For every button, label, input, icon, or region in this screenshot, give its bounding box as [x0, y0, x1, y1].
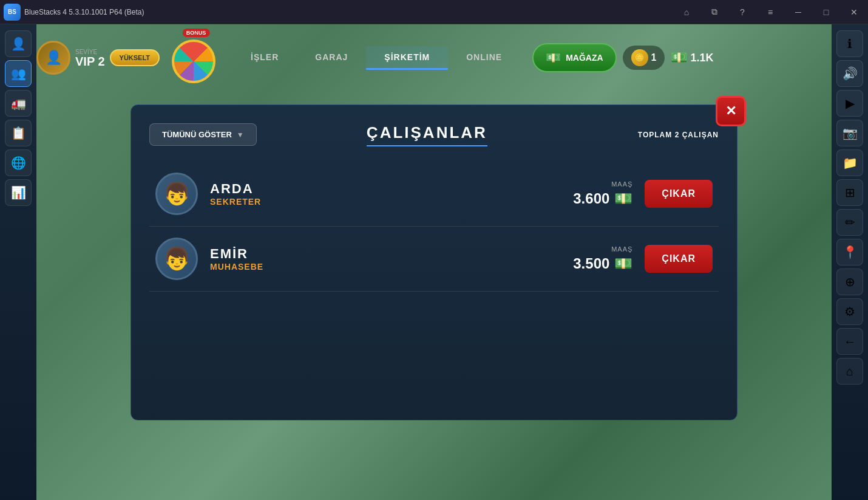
- minimize-button[interactable]: ─: [784, 0, 812, 24]
- modal-overlay: ✕ TÜMÜNÜ GÖSTER ▼ ÇALIŞANLAR TOPLAM 2 ÇA…: [36, 24, 832, 500]
- salary-amount: 3.500: [573, 255, 609, 272]
- employee-salary: MAAŞ 3.500 💵: [573, 245, 632, 272]
- home-button[interactable]: ⌂: [673, 0, 700, 24]
- level-label: SEVİYE: [75, 49, 105, 55]
- tab-button[interactable]: ⧉: [700, 0, 728, 24]
- sidebar-right-video[interactable]: ▶: [836, 90, 863, 117]
- money-icon: 💵: [614, 190, 632, 207]
- app-logo: BS: [4, 4, 21, 21]
- sidebar-right-info[interactable]: ℹ: [836, 30, 863, 57]
- employee-info: ARDA SEKRETER: [210, 181, 561, 207]
- upgrade-button[interactable]: YÜKSELT: [110, 49, 160, 66]
- filter-button[interactable]: TÜMÜNÜ GÖSTER ▼: [149, 123, 257, 146]
- sidebar-right-settings[interactable]: ⚙: [836, 298, 863, 325]
- sidebar-right-resize[interactable]: ⊞: [836, 179, 863, 206]
- tab-garaj[interactable]: GARAJ: [297, 46, 366, 70]
- modal-close-button[interactable]: ✕: [716, 96, 746, 126]
- modal-title-section: ÇALIŞANLAR: [257, 123, 597, 146]
- sidebar-right-home[interactable]: ⌂: [836, 358, 863, 385]
- count-value: 2: [675, 131, 680, 139]
- sidebar-item-profile[interactable]: 👤: [5, 30, 32, 57]
- employee-salary: MAAŞ 3.600 💵: [573, 180, 632, 207]
- close-button[interactable]: ✕: [840, 0, 868, 24]
- sidebar-right-layers[interactable]: ⊕: [836, 269, 863, 295]
- sidebar-item-globe[interactable]: 🌐: [5, 149, 32, 176]
- modal-title: ÇALIŞANLAR: [367, 123, 487, 146]
- sidebar-right-back[interactable]: ←: [836, 328, 863, 355]
- tab-online[interactable]: ONLINE: [448, 46, 520, 70]
- filter-label: TÜMÜNÜ GÖSTER: [162, 130, 232, 139]
- employee-list: 👦 ARDA SEKRETER MAAŞ 3.600 💵 ÇIKAR 👦: [149, 162, 719, 292]
- employee-name: EMİR: [210, 246, 561, 262]
- avatar: 👦: [155, 238, 198, 280]
- sidebar-right-folder[interactable]: 📁: [836, 149, 863, 176]
- table-row: 👦 ARDA SEKRETER MAAŞ 3.600 💵 ÇIKAR: [149, 162, 719, 227]
- help-button[interactable]: ?: [728, 0, 756, 24]
- vip-level: VIP 2: [75, 55, 105, 67]
- salary-value: 3.500 💵: [573, 255, 632, 272]
- money-icon: 💵: [614, 255, 632, 272]
- sidebar-item-chart[interactable]: 📊: [5, 179, 32, 206]
- sidebar-item-document[interactable]: 📋: [5, 120, 32, 146]
- tab-isler[interactable]: İŞLER: [232, 46, 297, 70]
- titlebar: BS BlueStacks 4 5.3.10.1001 P64 (Beta) ⌂…: [0, 0, 868, 24]
- table-row: 👦 EMİR MUHASEBE MAAŞ 3.500 💵 ÇIKAR: [149, 227, 719, 292]
- modal-panel: ✕ TÜMÜNÜ GÖSTER ▼ ÇALIŞANLAR TOPLAM 2 ÇA…: [131, 104, 737, 420]
- count-label: TOPLAM: [638, 131, 672, 139]
- sidebar-item-truck[interactable]: 🚛: [5, 90, 32, 117]
- salary-value: 3.600 💵: [573, 190, 632, 207]
- sidebar-right-sound[interactable]: 🔊: [836, 60, 863, 87]
- salary-amount: 3.600: [573, 190, 609, 207]
- salary-label: MAAŞ: [611, 245, 632, 253]
- salary-label: MAAŞ: [611, 180, 632, 188]
- menu-button[interactable]: ≡: [756, 0, 784, 24]
- employee-info: EMİR MUHASEBE: [210, 246, 561, 272]
- avatar[interactable]: 👤: [36, 41, 70, 75]
- employee-role: MUHASEBE: [210, 262, 561, 272]
- employee-name: ARDA: [210, 181, 561, 197]
- tab-sirketim[interactable]: ŞİRKETİM: [366, 46, 448, 70]
- left-sidebar: 👤 👥 🚛 📋 🌐 📊: [0, 24, 36, 500]
- vip-info: SEVİYE VIP 2: [75, 49, 105, 67]
- window-controls: ⌂ ⧉ ? ≡ ─ □ ✕: [673, 0, 868, 24]
- fire-button[interactable]: ÇIKAR: [645, 180, 713, 208]
- count-suffix: ÇALIŞAN: [682, 131, 719, 139]
- employee-role: SEKRETER: [210, 197, 561, 207]
- maximize-button[interactable]: □: [812, 0, 840, 24]
- modal-header: TÜMÜNÜ GÖSTER ▼ ÇALIŞANLAR TOPLAM 2 ÇALI…: [149, 123, 719, 146]
- sidebar-right-pin[interactable]: 📍: [836, 239, 863, 265]
- right-sidebar: ℹ 🔊 ▶ 📷 📁 ⊞ ✏ 📍 ⊕ ⚙ ← ⌂: [832, 24, 868, 500]
- nav-tabs: İŞLER GARAJ ŞİRKETİM ONLINE: [232, 46, 520, 70]
- fire-button[interactable]: ÇIKAR: [645, 245, 713, 273]
- sidebar-right-draw[interactable]: ✏: [836, 209, 863, 236]
- employee-count: TOPLAM 2 ÇALIŞAN: [597, 131, 719, 139]
- app-name: BlueStacks 4 5.3.10.1001 P64 (Beta): [24, 8, 673, 16]
- player-section: 👤 SEVİYE VIP 2 YÜKSELT: [36, 41, 160, 75]
- sidebar-right-camera[interactable]: 📷: [836, 120, 863, 146]
- sidebar-item-employees[interactable]: 👥: [5, 60, 32, 87]
- avatar: 👦: [155, 173, 198, 215]
- chevron-down-icon: ▼: [237, 131, 244, 139]
